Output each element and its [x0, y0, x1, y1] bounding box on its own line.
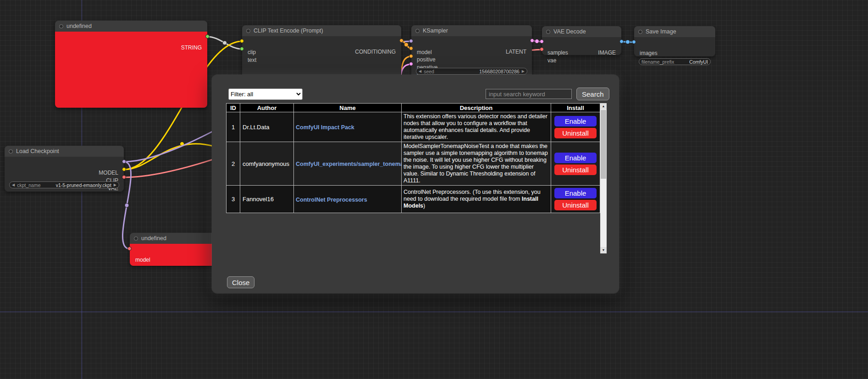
- next-icon[interactable]: ▶: [114, 183, 116, 187]
- search-button[interactable]: Search: [576, 88, 609, 100]
- header-name: Name: [294, 104, 402, 112]
- extension-id: 3: [227, 186, 240, 213]
- node-title: KSampler: [423, 27, 448, 34]
- extension-row: 1 Dr.Lt.Data ComfyUI Impact Pack This ex…: [227, 112, 600, 142]
- description-text: This extension offers various detector n…: [404, 113, 547, 140]
- scrollbar-thumb[interactable]: [601, 110, 606, 179]
- input-label-text: text: [248, 56, 256, 64]
- table-header-row: ID Author Name Description Install: [227, 104, 600, 112]
- input-label-images: images: [640, 49, 658, 57]
- output-label-string: STRING: [181, 44, 202, 51]
- output-pin-latent[interactable]: [530, 38, 534, 43]
- output-pin-conditioning[interactable]: [399, 38, 404, 43]
- output-label-conditioning: CONDITIONING: [355, 48, 396, 55]
- output-label-image: IMAGE: [598, 49, 616, 56]
- enable-button[interactable]: Enable: [554, 116, 597, 126]
- output-pin-model[interactable]: [122, 159, 126, 164]
- grid-axis-horizontal: [0, 312, 868, 312]
- uninstall-button[interactable]: Uninstall: [554, 128, 597, 138]
- node-title: VAE Decode: [553, 28, 586, 35]
- input-pin-positive[interactable]: [409, 46, 413, 50]
- enable-button[interactable]: Enable: [554, 153, 597, 163]
- description-text: ModelSamplerTonemapNoiseTest a node that…: [404, 143, 548, 184]
- extension-row: 2 comfyanonymous ComfyUI_experiments/sam…: [227, 142, 600, 186]
- search-input[interactable]: [486, 89, 572, 99]
- extension-link[interactable]: ControlNet Preprocessors: [296, 197, 367, 203]
- filename-prefix-widget[interactable]: filename_prefix ComfyUI: [639, 58, 711, 65]
- node-status-dot-icon[interactable]: [546, 30, 550, 34]
- close-button[interactable]: Close: [227, 276, 254, 288]
- custom-node-manager-dialog: Filter: all Search ID Author Name Descri…: [212, 75, 619, 293]
- filename-prefix-label: filename_prefix: [641, 59, 674, 65]
- input-label-positive: positive: [417, 56, 436, 63]
- decrement-icon[interactable]: ◀: [419, 70, 421, 73]
- node-vae-decode[interactable]: VAE Decode samples vae IMAGE: [542, 26, 621, 55]
- node-header[interactable]: VAE Decode: [542, 26, 621, 37]
- extension-id: 1: [227, 112, 240, 142]
- node-header[interactable]: Save Image: [634, 26, 715, 37]
- input-label-model: model: [135, 256, 150, 264]
- increment-icon[interactable]: ▶: [522, 70, 525, 73]
- node-header[interactable]: Load Checkpoint: [5, 146, 124, 157]
- extension-description: ControlNet Preprocessors. (To use this e…: [402, 186, 551, 213]
- enable-button[interactable]: Enable: [554, 188, 597, 198]
- node-undefined-bottom[interactable]: undefined model: [130, 233, 221, 266]
- extension-row: 3 Fannovel16 ControlNet Preprocessors Co…: [227, 186, 600, 213]
- input-pin-samples[interactable]: [540, 39, 544, 44]
- node-status-dot-icon[interactable]: [415, 29, 420, 33]
- output-pin-vae[interactable]: [122, 175, 126, 179]
- extension-author: comfyanonymous: [240, 142, 294, 186]
- previous-icon[interactable]: ◀: [12, 183, 15, 187]
- input-pin-clip[interactable]: [240, 39, 244, 43]
- input-pin-negative[interactable]: [409, 54, 413, 58]
- output-label-latent: LATENT: [506, 48, 526, 55]
- uninstall-button[interactable]: Uninstall: [554, 165, 597, 175]
- table-scrollbar[interactable]: ▲ ▼: [600, 103, 607, 253]
- header-id: ID: [227, 104, 240, 112]
- output-pin-clip[interactable]: [122, 167, 126, 171]
- node-header[interactable]: KSampler: [411, 25, 532, 36]
- seed-widget[interactable]: ◀ seed 156680208700286 ▶: [416, 68, 527, 75]
- input-pin-model[interactable]: [127, 247, 132, 251]
- scroll-down-icon[interactable]: ▼: [600, 247, 607, 253]
- node-status-dot-icon[interactable]: [134, 236, 138, 241]
- ckpt-name-widget[interactable]: ◀ ckpt_name v1-5-pruned-emaonly.ckpt ▶: [9, 181, 119, 188]
- input-pin-vae[interactable]: [540, 47, 544, 51]
- node-body: images filename_prefix ComfyUI: [634, 37, 715, 56]
- input-label-samples: samples: [547, 49, 568, 56]
- node-save-image[interactable]: Save Image images filename_prefix ComfyU…: [634, 26, 715, 56]
- extension-author: Dr.Lt.Data: [240, 112, 294, 142]
- node-graph-canvas[interactable]: undefined STRING CLIP Text Encode (Promp…: [0, 0, 868, 379]
- filter-select[interactable]: Filter: all: [228, 88, 303, 100]
- node-title: undefined: [141, 235, 166, 242]
- input-pin-text[interactable]: [240, 47, 244, 51]
- extension-author: Fannovel16: [240, 186, 294, 213]
- node-status-dot-icon[interactable]: [59, 24, 63, 28]
- input-label-vae: vae: [547, 57, 556, 64]
- node-status-dot-icon[interactable]: [9, 149, 13, 154]
- uninstall-button[interactable]: Uninstall: [554, 200, 597, 210]
- output-pin-string[interactable]: [205, 34, 210, 38]
- node-title: undefined: [66, 23, 92, 29]
- input-pin-images[interactable]: [632, 40, 636, 44]
- extension-description: ModelSamplerTonemapNoiseTest a node that…: [402, 142, 551, 186]
- extension-link[interactable]: ComfyUI Impact Pack: [296, 124, 354, 131]
- ckpt-name-label: ckpt_name: [17, 182, 40, 188]
- node-load-checkpoint[interactable]: Load Checkpoint MODEL CLIP VAE ◀ ckpt_na…: [5, 146, 124, 192]
- description-text: ControlNet Preprocessors. (To use this e…: [404, 189, 541, 202]
- node-title: CLIP Text Encode (Prompt): [254, 27, 323, 34]
- input-pin-latent-image[interactable]: [409, 62, 413, 66]
- description-post: ): [423, 203, 425, 209]
- wire-string: [207, 37, 242, 49]
- node-header[interactable]: undefined: [130, 233, 221, 244]
- node-header[interactable]: CLIP Text Encode (Prompt): [242, 25, 401, 36]
- node-status-dot-icon[interactable]: [638, 30, 642, 34]
- scroll-up-icon[interactable]: ▲: [600, 103, 607, 110]
- node-status-dot-icon[interactable]: [246, 29, 250, 33]
- input-pin-model[interactable]: [409, 39, 413, 43]
- output-pin-image[interactable]: [619, 39, 624, 44]
- filename-prefix-value: ComfyUI: [689, 59, 708, 65]
- extension-link[interactable]: ComfyUI_experiments/sampler_tonemap: [296, 161, 402, 167]
- node-undefined-top[interactable]: undefined STRING: [55, 21, 207, 108]
- node-header[interactable]: undefined: [55, 21, 207, 32]
